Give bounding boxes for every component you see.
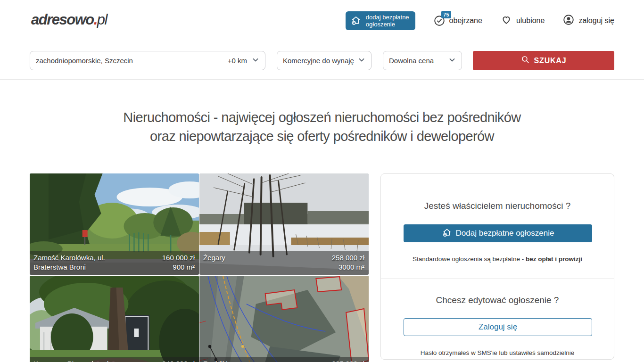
listing-card[interactable]: Żegary 258 000 zł 3000 m² [199, 173, 369, 275]
house-plus-icon [350, 15, 362, 27]
search-submit-button[interactable]: SZUKAJ [473, 51, 614, 70]
price-select[interactable]: Dowolna cena [383, 51, 462, 70]
search-submit-label: SZUKAJ [534, 57, 567, 65]
listing-card[interactable]: Rychliki 285 000 zł [199, 276, 369, 362]
owner-note-text: Standardowe ogłoszenia są bezpłatne - [413, 255, 526, 263]
viewed-count-badge: 75 [441, 11, 451, 18]
search-bar: zachodniopomorskie, Szczecin +0 km Komer… [30, 51, 614, 70]
listings-grid: Zamość Karolówka, ul. Braterstwa Broni 1… [30, 173, 369, 362]
listing-area: 900 m² [130, 263, 195, 272]
page-title-line2: oraz niepowtarzające się oferty pośredni… [0, 127, 644, 146]
header-divider [0, 79, 644, 80]
owner-note-bold: bez opłat i prowizji [526, 255, 582, 263]
adresowo-logo[interactable]: adresowo.pl [31, 11, 107, 28]
add-listing-sidebar-label: Dodaj bezpłatne ogłoszenie [456, 229, 554, 238]
page-title-line1: Nieruchomości - najwięcej ogłoszeń nieru… [0, 108, 644, 127]
user-circle-icon [562, 14, 575, 28]
viewed-link[interactable]: 75 obejrzane [433, 15, 482, 27]
chevron-down-icon [358, 56, 365, 65]
login-sidebar-button[interactable]: Zaloguj się [404, 318, 592, 336]
owner-title: Jesteś właścicielem nieruchomości ? [381, 201, 614, 211]
check-circle-icon: 75 [433, 15, 446, 27]
logo-name: adresowo [31, 11, 94, 28]
login-link[interactable]: zaloguj się [562, 14, 614, 28]
chevron-down-icon [252, 56, 259, 65]
heart-icon [500, 14, 512, 28]
adresowo-homepage: adresowo.pl dodaj bezpłatne ogłoszenie [0, 0, 644, 362]
listing-area: 3000 m² [300, 263, 364, 272]
listing-price: 240 000 zł [130, 359, 195, 362]
listing-price: 160 000 zł [130, 253, 195, 263]
login-label: zaloguj się [578, 16, 614, 25]
favorites-label: ulubione [516, 16, 545, 25]
location-input[interactable]: zachodniopomorskie, Szczecin +0 km [30, 51, 265, 70]
listing-location: Rychliki [203, 359, 300, 362]
listing-card[interactable]: Korenowo Pieszycko, ul. 240 000 zł [30, 276, 199, 362]
search-icon [521, 55, 530, 66]
property-photo [199, 276, 369, 362]
edit-title: Chcesz edytować ogłoszenie ? [381, 295, 614, 305]
category-value: Komercyjne do wynaję [283, 57, 354, 65]
property-photo [30, 276, 199, 362]
price-value: Dowolna cena [389, 57, 434, 65]
edit-note: Hasło otrzymałeś w SMS'ie lub ustawiłeś … [381, 349, 614, 356]
login-sidebar-label: Zaloguj się [479, 322, 517, 332]
viewed-label: obejrzane [449, 16, 482, 25]
listing-overlay: Korenowo Pieszycko, ul. 240 000 zł [30, 357, 199, 362]
page-title: Nieruchomości - najwięcej ogłoszeń nieru… [0, 108, 644, 146]
listing-location: Żegary [203, 253, 300, 263]
listing-overlay: Żegary 258 000 zł 3000 m² [199, 251, 369, 275]
logo-tld: pl [97, 11, 107, 28]
listing-card[interactable]: Zamość Karolówka, ul. Braterstwa Broni 1… [30, 173, 199, 275]
owner-panel: Jesteś właścicielem nieruchomości ? Doda… [380, 173, 614, 360]
category-select[interactable]: Komercyjne do wynaję [277, 51, 372, 70]
owner-note: Standardowe ogłoszenia są bezpłatne - be… [381, 255, 614, 263]
owner-section: Jesteś właścicielem nieruchomości ? Doda… [381, 201, 614, 263]
edit-section: Chcesz edytować ogłoszenie ? Zaloguj się… [381, 295, 614, 356]
listing-price: 285 000 zł [300, 359, 364, 362]
add-listing-header-button[interactable]: dodaj bezpłatne ogłoszenie [346, 11, 415, 30]
add-listing-label-line1: dodaj bezpłatne [366, 14, 409, 21]
favorites-link[interactable]: ulubione [500, 14, 545, 28]
house-plus-icon [442, 227, 452, 240]
radius-value: +0 km [228, 57, 247, 65]
sidebar-divider [381, 278, 614, 279]
listing-overlay: Rychliki 285 000 zł [199, 357, 369, 362]
add-listing-label-line2: ogłoszenie [366, 21, 409, 28]
add-listing-sidebar-button[interactable]: Dodaj bezpłatne ogłoszenie [404, 224, 592, 242]
listing-price: 258 000 zł [300, 253, 364, 263]
chevron-down-icon [448, 56, 456, 65]
listing-location: Zamość Karolówka, ul. Braterstwa Broni [33, 253, 130, 272]
header-actions: dodaj bezpłatne ogłoszenie 75 obejrzane … [346, 11, 614, 30]
location-value: zachodniopomorskie, Szczecin [36, 57, 228, 65]
listing-location: Korenowo Pieszycko, ul. [33, 359, 130, 362]
listing-overlay: Zamość Karolówka, ul. Braterstwa Broni 1… [30, 251, 199, 275]
logo-dot: . [94, 11, 97, 28]
